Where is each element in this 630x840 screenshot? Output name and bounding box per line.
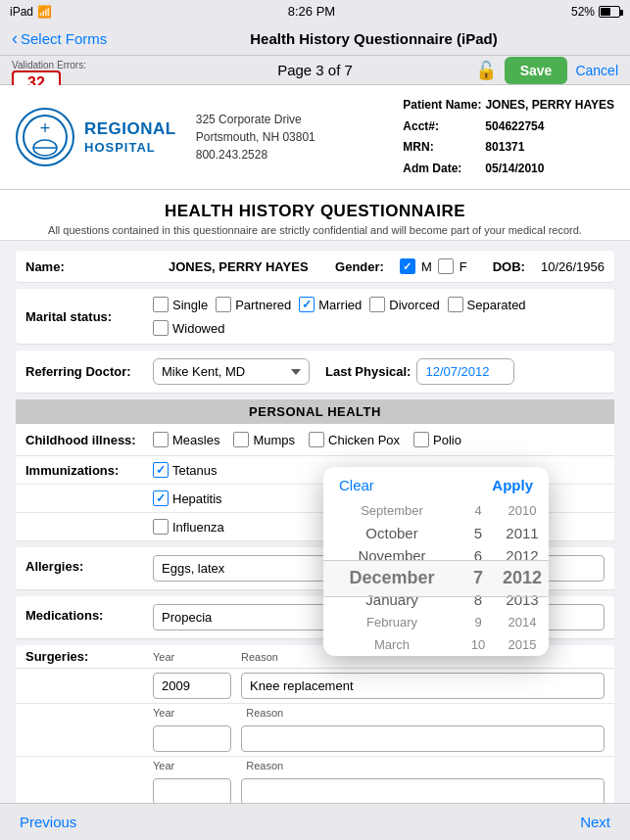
medications-label: Medications:: [25, 604, 153, 623]
dp-year-2014[interactable]: 2014: [496, 611, 549, 633]
personal-health-header: PERSONAL HEALTH: [16, 399, 614, 424]
marital-separated-checkbox[interactable]: [448, 297, 463, 312]
dp-year-2011[interactable]: 2011: [496, 522, 549, 544]
hospital-left: + REGIONAL HOSPITAL 325 Corporate Drive …: [16, 108, 315, 166]
dp-day-7[interactable]: 7: [460, 567, 496, 589]
surgery-2-reason[interactable]: [241, 725, 605, 752]
date-picker-apply[interactable]: Apply: [492, 477, 533, 493]
toolbar: Validation Errors: 32 Page 3 of 7 🔓 Save…: [0, 56, 630, 85]
date-picker-clear[interactable]: Clear: [339, 477, 374, 493]
acct-label: Acct#:: [403, 117, 481, 138]
marital-single[interactable]: Single: [153, 297, 208, 312]
marital-single-label: Single: [172, 298, 208, 312]
dp-year-2010[interactable]: 2010: [496, 499, 549, 522]
toolbar-right: 🔓 Save Cancel: [475, 57, 618, 84]
influenza-checkbox[interactable]: [153, 519, 169, 535]
referring-doctor-select[interactable]: Mike Kent, MD: [153, 358, 310, 385]
hepatitis-checkbox[interactable]: [153, 490, 169, 506]
date-picker-columns: September October November December Janu…: [323, 499, 549, 656]
immun-tetanus[interactable]: Tetanus: [153, 462, 218, 478]
surgery-reason-label-3: Reason: [246, 760, 283, 771]
mumps-label: Mumps: [253, 433, 295, 447]
svg-text:+: +: [40, 118, 51, 138]
address-line2: Portsmouth, NH 03801: [196, 128, 315, 146]
chickenpox-label: Chicken Pox: [328, 433, 400, 447]
marital-widowed[interactable]: Widowed: [153, 320, 224, 336]
cancel-button[interactable]: Cancel: [575, 63, 618, 78]
last-physical-date[interactable]: 12/07/2012: [416, 358, 514, 385]
surgery-3-reason[interactable]: [241, 778, 605, 805]
surgeries-label: Surgeries:: [25, 649, 153, 664]
dp-year-2012a[interactable]: 2012: [496, 544, 549, 567]
dp-year-2012b[interactable]: 2012: [496, 567, 549, 589]
surgery-1-reason[interactable]: [241, 673, 605, 699]
illness-mumps[interactable]: Mumps: [233, 432, 295, 447]
marital-partnered-checkbox[interactable]: [216, 297, 231, 312]
nav-bar: ‹ Select Forms Health History Questionna…: [0, 23, 630, 56]
marital-single-checkbox[interactable]: [153, 297, 169, 312]
battery-icon: [599, 6, 620, 18]
name-gender-dob-row: Name: JONES, PERRY HAYES Gender: M F DOB…: [16, 251, 614, 283]
hospital-name-block: REGIONAL HOSPITAL: [84, 118, 176, 157]
dp-month-feb[interactable]: February: [323, 611, 460, 633]
dp-day-column[interactable]: 4 5 6 7 8 9 10: [460, 499, 496, 656]
gender-f-checkbox[interactable]: [438, 258, 454, 274]
device-label: iPad: [10, 5, 33, 19]
polio-checkbox[interactable]: [413, 432, 429, 447]
back-button[interactable]: ‹ Select Forms: [12, 28, 129, 49]
dp-month-sep[interactable]: September: [323, 499, 460, 522]
marital-label: Marital status:: [25, 309, 153, 324]
marital-married-label: Married: [318, 298, 362, 312]
immunizations-label: Immunizations:: [25, 463, 153, 478]
gender-m-checkbox[interactable]: [400, 258, 415, 274]
mumps-checkbox[interactable]: [233, 432, 249, 447]
illness-measles[interactable]: Measles: [153, 432, 219, 447]
chickenpox-checkbox[interactable]: [309, 432, 324, 447]
dp-day-10[interactable]: 10: [460, 633, 496, 656]
measles-checkbox[interactable]: [153, 432, 169, 447]
referring-row: Referring Doctor: Mike Kent, MD Last Phy…: [16, 350, 614, 394]
marital-fields: Single Partnered Married Divorced Separa…: [153, 297, 605, 336]
marital-widowed-checkbox[interactable]: [153, 320, 169, 336]
marital-separated[interactable]: Separated: [448, 297, 526, 312]
marital-partnered[interactable]: Partnered: [216, 297, 291, 312]
dp-month-mar[interactable]: March: [323, 633, 460, 656]
dp-day-4[interactable]: 4: [460, 499, 496, 522]
date-picker[interactable]: Clear Apply September October November D…: [323, 467, 549, 656]
dp-month-nov[interactable]: November: [323, 544, 460, 567]
marital-divorced[interactable]: Divorced: [369, 297, 439, 312]
back-label[interactable]: Select Forms: [21, 30, 107, 47]
tetanus-checkbox[interactable]: [153, 462, 169, 478]
dp-month-column[interactable]: September October November December Janu…: [323, 499, 460, 656]
chevron-left-icon: ‹: [12, 28, 18, 49]
marital-married[interactable]: Married: [299, 297, 362, 312]
dp-month-dec[interactable]: December: [323, 567, 460, 589]
surgery-3-year[interactable]: [153, 778, 231, 805]
marital-partnered-label: Partnered: [235, 298, 291, 312]
status-time: 8:26 PM: [288, 4, 335, 19]
next-button[interactable]: Next: [580, 814, 610, 830]
dp-year-column[interactable]: 2010 2011 2012 2012 2013 2014 2015: [496, 499, 549, 656]
dob-value: 10/26/1956: [541, 259, 605, 274]
status-bar: iPad 📶 8:26 PM 52%: [0, 0, 630, 23]
dp-year-2015[interactable]: 2015: [496, 633, 549, 656]
marital-divorced-checkbox[interactable]: [369, 297, 385, 312]
save-button[interactable]: Save: [505, 57, 568, 84]
dp-day-9[interactable]: 9: [460, 611, 496, 633]
dp-year-2013[interactable]: 2013: [496, 588, 549, 611]
dp-day-5[interactable]: 5: [460, 522, 496, 544]
illness-polio[interactable]: Polio: [413, 432, 461, 447]
illness-chickenpox[interactable]: Chicken Pox: [309, 432, 400, 447]
address-phone: 800.243.2528: [196, 146, 315, 163]
surgery-2-year[interactable]: [153, 725, 231, 752]
dp-day-6[interactable]: 6: [460, 544, 496, 567]
previous-button[interactable]: Previous: [20, 814, 76, 830]
dp-month-oct[interactable]: October: [323, 522, 460, 544]
date-picker-header: Clear Apply: [323, 467, 549, 499]
dp-day-8[interactable]: 8: [460, 588, 496, 611]
marital-married-checkbox[interactable]: [299, 297, 315, 312]
form-main-title: HEALTH HISTORY QUESTIONNAIRE: [10, 202, 620, 221]
dp-month-jan[interactable]: January: [323, 588, 460, 611]
bottom-nav: Previous Next: [0, 803, 630, 840]
surgery-1-year[interactable]: [153, 673, 231, 699]
